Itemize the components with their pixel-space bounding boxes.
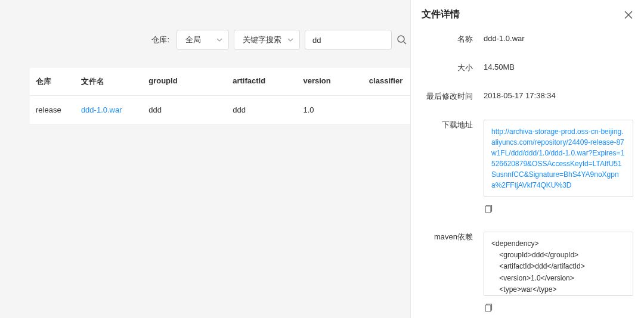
repo-select-value: 全局 bbox=[185, 35, 201, 45]
search-type-select[interactable]: 关键字搜索 bbox=[234, 30, 300, 50]
table-row: release ddd-1.0.war ddd ddd 1.0 bbox=[30, 96, 410, 124]
chevron-down-icon bbox=[216, 37, 222, 43]
copy-download-row bbox=[422, 204, 633, 214]
copy-icon[interactable] bbox=[484, 303, 493, 313]
detail-modified-row: 最后修改时间 2018-05-17 17:38:34 bbox=[422, 91, 633, 102]
svg-rect-4 bbox=[485, 206, 491, 213]
filter-bar: 仓库: 全局 关键字搜索 bbox=[30, 30, 410, 50]
cell-classifier bbox=[369, 105, 404, 114]
maven-dependency[interactable] bbox=[484, 232, 633, 296]
panel-title: 文件详情 bbox=[422, 8, 460, 21]
cell-groupid: ddd bbox=[148, 105, 233, 114]
search-input[interactable] bbox=[305, 30, 392, 50]
close-icon[interactable] bbox=[624, 10, 633, 20]
panel-header: 文件详情 bbox=[422, 8, 633, 21]
copy-maven-row bbox=[422, 303, 633, 313]
th-groupid: groupId bbox=[148, 76, 233, 87]
cell-version: 1.0 bbox=[303, 105, 369, 114]
detail-size-row: 大小 14.50MB bbox=[422, 63, 633, 73]
detail-maven-row: maven依赖 bbox=[422, 232, 633, 296]
table-header: 仓库 文件名 groupId artifactId version classi… bbox=[30, 68, 410, 96]
label-name: 名称 bbox=[422, 34, 484, 45]
cell-filename-link[interactable]: ddd-1.0.war bbox=[81, 105, 148, 114]
th-repo: 仓库 bbox=[36, 76, 81, 87]
label-maven: maven依赖 bbox=[422, 232, 484, 296]
label-download: 下载地址 bbox=[422, 120, 484, 197]
svg-point-0 bbox=[398, 36, 404, 42]
label-size: 大小 bbox=[422, 63, 484, 73]
cell-repo: release bbox=[36, 105, 81, 114]
copy-icon[interactable] bbox=[484, 204, 493, 214]
svg-line-1 bbox=[404, 42, 406, 44]
th-filename: 文件名 bbox=[81, 76, 148, 87]
detail-panel: 文件详情 名称 ddd-1.0.war 大小 14.50MB 最后修改时间 20… bbox=[410, 0, 644, 318]
value-size: 14.50MB bbox=[484, 63, 633, 73]
results-table: 仓库 文件名 groupId artifactId version classi… bbox=[30, 68, 410, 124]
th-artifactid: artifactId bbox=[233, 76, 303, 87]
cell-artifactid: ddd bbox=[233, 105, 303, 114]
svg-rect-5 bbox=[485, 305, 491, 311]
main-content: 仓库: 全局 关键字搜索 仓库 文件名 groupId artifactId v… bbox=[0, 0, 410, 124]
th-classifier: classifier bbox=[369, 76, 404, 87]
search-type-value: 关键字搜索 bbox=[243, 35, 281, 45]
repo-select[interactable]: 全局 bbox=[177, 30, 229, 50]
download-url[interactable]: http://archiva-storage-prod.oss-cn-beiji… bbox=[484, 120, 633, 197]
detail-download-row: 下载地址 http://archiva-storage-prod.oss-cn-… bbox=[422, 120, 633, 197]
chevron-down-icon bbox=[287, 37, 293, 43]
search-icon[interactable] bbox=[397, 35, 407, 45]
repo-filter-label: 仓库: bbox=[151, 35, 169, 45]
value-name: ddd-1.0.war bbox=[484, 34, 633, 45]
label-modified: 最后修改时间 bbox=[422, 91, 484, 102]
detail-name-row: 名称 ddd-1.0.war bbox=[422, 34, 633, 45]
value-modified: 2018-05-17 17:38:34 bbox=[484, 91, 633, 102]
th-version: version bbox=[303, 76, 369, 87]
